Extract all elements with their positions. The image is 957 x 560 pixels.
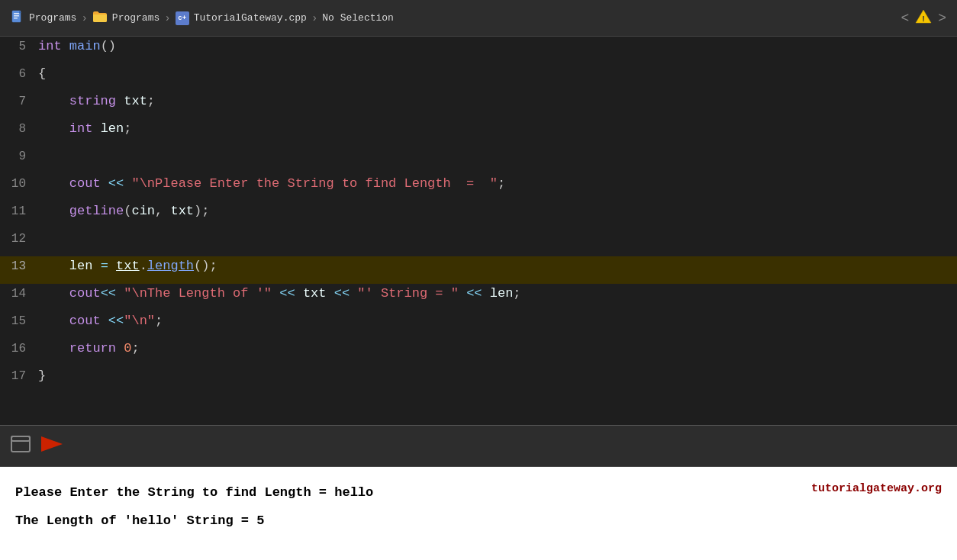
line-content-11: getline(cin, txt); (38, 202, 209, 221)
breadcrumb-cpp-icon: c+ (176, 11, 189, 25)
code-line-13: 13 len = txt.length(); (0, 256, 957, 284)
line-content-13: len = txt.length(); (38, 257, 218, 276)
code-editor: 5 int main() 6 { 7 string txt; 8 int len… (0, 37, 957, 426)
breadcrumb-folder-icon (92, 11, 108, 26)
nav-forward-icon[interactable]: > (938, 11, 946, 26)
code-line-6: 6 { (0, 64, 957, 92)
code-line-8: 8 int len; (0, 119, 957, 146)
line-num-12: 12 (0, 232, 38, 246)
nav-back-icon[interactable]: < (901, 11, 909, 26)
line-num-6: 6 (0, 67, 38, 81)
svg-rect-2 (14, 15, 19, 17)
line-num-14: 14 (0, 287, 38, 301)
run-button[interactable] (40, 433, 64, 459)
output-area: Please Enter the String to find Length =… (0, 467, 957, 560)
line-num-9: 9 (0, 150, 38, 163)
code-line-16: 16 return 0; (0, 339, 957, 366)
line-num-5: 5 (0, 40, 38, 53)
line-content-14: cout<< "\nThe Length of '" << txt << "' … (38, 285, 521, 304)
line-content-6: { (38, 65, 46, 84)
output-line2: The Length of 'hello' String = 5 (15, 510, 942, 533)
code-line-9: 9 (0, 146, 957, 174)
breadcrumb-sep-2: › (164, 12, 170, 24)
line-num-10: 10 (0, 177, 38, 191)
line-content-17: } (38, 367, 46, 386)
line-num-7: 7 (0, 95, 38, 108)
code-line-5: 5 int main() (0, 37, 957, 64)
breadcrumb: Programs › Programs › c+ TutorialGateway… (11, 10, 394, 27)
code-line-12: 12 (0, 229, 957, 256)
breadcrumb-label-programs2: Programs (112, 12, 160, 24)
breadcrumb-label-selection: No Selection (322, 12, 394, 24)
line-content-8: int len; (38, 120, 131, 139)
line-content-9 (38, 147, 46, 166)
line-num-15: 15 (0, 314, 38, 328)
warning-icon: ! (915, 8, 932, 27)
svg-rect-3 (14, 18, 18, 19)
code-line-15: 15 cout <<"\n"; (0, 311, 957, 339)
code-line-14: 14 cout<< "\nThe Length of '" << txt << … (0, 284, 957, 311)
svg-text:!: ! (921, 14, 926, 24)
output-text: Please Enter the String to find Length =… (15, 482, 942, 533)
breadcrumb-sep-3: › (311, 12, 317, 24)
code-line-7: 7 string txt; (0, 92, 957, 119)
line-num-11: 11 (0, 204, 38, 218)
output-line1: Please Enter the String to find Length =… (15, 482, 942, 504)
breadcrumb-sep-1: › (81, 12, 87, 24)
line-num-16: 16 (0, 342, 38, 356)
toolbar (0, 426, 957, 467)
line-content-12 (38, 230, 46, 249)
svg-rect-8 (11, 436, 30, 441)
code-line-10: 10 cout << "\nPlease Enter the String to… (0, 174, 957, 201)
header-right: < ! > (901, 8, 946, 27)
watermark: tutorialgateway.org (811, 482, 942, 495)
line-content-10: cout << "\nPlease Enter the String to fi… (38, 175, 505, 194)
code-line-17: 17 } (0, 366, 957, 394)
svg-rect-7 (11, 436, 30, 452)
code-lines: 5 int main() 6 { 7 string txt; 8 int len… (0, 37, 957, 394)
collapse-button[interactable] (11, 436, 31, 456)
breadcrumb-label-file: TutorialGateway.cpp (194, 12, 307, 24)
line-num-17: 17 (0, 369, 38, 383)
line-num-8: 8 (0, 122, 38, 136)
svg-marker-9 (41, 436, 63, 452)
line-content-15: cout <<"\n"; (38, 312, 163, 331)
line-num-13: 13 (0, 259, 38, 273)
svg-rect-1 (14, 13, 19, 14)
code-line-11: 11 getline(cin, txt); (0, 201, 957, 229)
line-content-16: return 0; (38, 340, 140, 359)
breadcrumb-doc-icon (11, 10, 24, 27)
breadcrumb-label-programs1: Programs (29, 12, 76, 24)
line-content-5: int main() (38, 37, 116, 56)
line-content-7: string txt; (38, 92, 155, 111)
header-bar: Programs › Programs › c+ TutorialGateway… (0, 0, 957, 37)
